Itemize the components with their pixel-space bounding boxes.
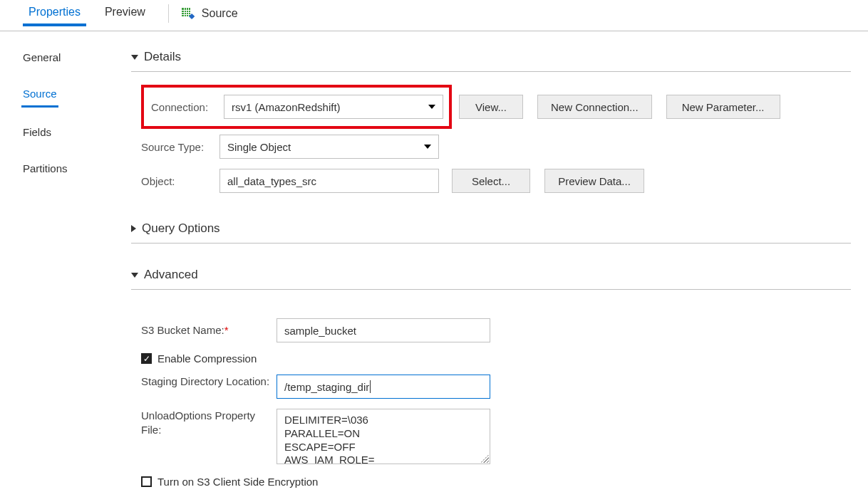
side-tab-list: General Source Fields Partitions (0, 31, 114, 492)
s3-bucket-label: S3 Bucket Name:* (141, 323, 277, 337)
s3-bucket-value: sample_bucket (284, 325, 356, 337)
section-title-details: Details (144, 50, 181, 64)
breadcrumb-label: Source (202, 7, 238, 20)
new-connection-button[interactable]: New Connection... (537, 95, 652, 119)
source-type-label: Source Type: (141, 141, 219, 153)
connection-highlight: Connection: rsv1 (AmazonRedshift) (141, 85, 452, 129)
svg-rect-4 (184, 8, 185, 16)
enable-compression-label: Enable Compression (157, 352, 257, 365)
side-tab-partitions[interactable]: Partitions (21, 157, 69, 180)
tab-properties[interactable]: Properties (24, 6, 85, 26)
s3-client-encrypt-checkbox[interactable] (141, 476, 152, 487)
side-tab-fields[interactable]: Fields (21, 120, 53, 144)
s3-bucket-input[interactable]: sample_bucket (277, 318, 490, 342)
source-icon (182, 8, 195, 19)
side-tab-general[interactable]: General (21, 46, 62, 69)
new-parameter-button[interactable]: New Parameter... (666, 95, 780, 119)
object-value: all_data_types_src (227, 175, 316, 187)
section-title-advanced: Advanced (144, 268, 198, 282)
chevron-down-icon (131, 273, 138, 278)
connection-label: Connection: (151, 101, 224, 113)
object-label: Object: (141, 175, 219, 187)
staging-dir-input[interactable]: /temp_staging_dir (277, 375, 490, 399)
unload-options-textarea[interactable]: DELIMITER=\036 PARALLEL=ON ESCAPE=OFF AW… (277, 409, 490, 464)
s3-client-encrypt-label: Turn on S3 Client Side Encryption (157, 476, 318, 488)
unload-options-label: UnloadOptions Property File: (141, 409, 277, 436)
tab-preview[interactable]: Preview (100, 6, 150, 26)
tab-divider (168, 4, 169, 23)
breadcrumb: Source (182, 7, 238, 20)
chevron-right-icon (131, 225, 136, 232)
chevron-down-icon (428, 105, 435, 109)
enable-compression-checkbox[interactable] (141, 353, 152, 364)
select-object-button[interactable]: Select... (452, 169, 530, 193)
chevron-down-icon (424, 145, 431, 149)
connection-dropdown[interactable]: rsv1 (AmazonRedshift) (224, 95, 443, 119)
staging-dir-label: Staging Directory Location: (141, 375, 277, 389)
staging-dir-value: /temp_staging_dir (284, 381, 369, 393)
connection-value: rsv1 (AmazonRedshift) (232, 101, 341, 113)
svg-rect-5 (186, 8, 187, 16)
section-toggle-query-options[interactable]: Query Options (131, 217, 851, 244)
section-toggle-advanced[interactable]: Advanced (131, 263, 851, 290)
side-tab-source[interactable]: Source (21, 82, 58, 108)
top-tab-bar: Properties Preview Source (0, 0, 868, 31)
object-input[interactable]: all_data_types_src (219, 169, 439, 193)
svg-rect-6 (188, 8, 189, 16)
section-title-query-options: Query Options (142, 221, 220, 236)
source-type-dropdown[interactable]: Single Object (219, 135, 439, 159)
source-type-value: Single Object (227, 141, 291, 153)
chevron-down-icon (131, 55, 138, 60)
preview-data-button[interactable]: Preview Data... (544, 169, 644, 193)
section-toggle-details[interactable]: Details (131, 46, 851, 72)
view-button[interactable]: View... (459, 95, 523, 119)
text-cursor (370, 380, 371, 393)
